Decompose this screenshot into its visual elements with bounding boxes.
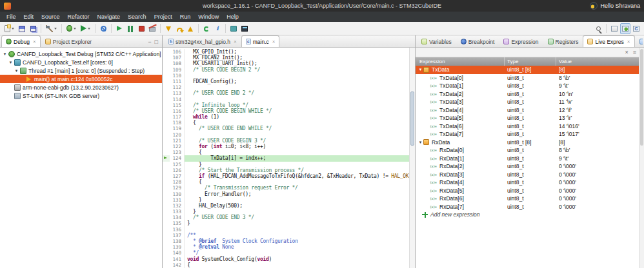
code-line[interactable]: 132 HAL_Delay(500); — [163, 203, 415, 209]
code-line[interactable]: 134 /* USER CODE END 3 */ — [163, 215, 415, 220]
column-expression[interactable]: Expression — [416, 57, 505, 66]
editor-scrollbar-thumb[interactable] — [410, 91, 414, 146]
menu-help[interactable]: Help — [223, 13, 243, 21]
search-button[interactable] — [593, 23, 603, 34]
new-button[interactable] — [3, 23, 16, 34]
restart-button[interactable] — [201, 23, 212, 34]
code-line[interactable]: 136 — [163, 227, 415, 233]
disconnect-button[interactable] — [147, 23, 157, 34]
code-line[interactable]: 121 /* USER CODE BEGIN 3 */ — [163, 138, 415, 144]
memory-button[interactable] — [228, 23, 239, 34]
column-type[interactable]: Type — [505, 57, 556, 66]
code-line[interactable]: 125 } — [163, 162, 415, 168]
code-line[interactable]: 110 — [163, 73, 415, 79]
view-tab-variables[interactable]: Variables — [417, 35, 456, 47]
resume-button[interactable] — [114, 23, 125, 34]
terminate-button[interactable] — [136, 23, 146, 34]
menu-search[interactable]: Search — [124, 13, 150, 21]
code-line[interactable]: 113 /* USER CODE END 2 */ — [163, 90, 415, 96]
code-line[interactable]: 138 * @brief System Clock Configuration — [163, 238, 415, 244]
code-line[interactable]: 111 FDCAN_Config(); — [163, 79, 415, 84]
code-line[interactable]: 140 */ — [163, 250, 415, 256]
expression-row[interactable]: (x)=RxData[3]uint8_t0 '\000' — [416, 171, 644, 179]
maximize-view-icon[interactable]: □ — [155, 39, 158, 45]
code-line[interactable]: 116 /* USER CODE BEGIN WHILE */ — [163, 108, 415, 114]
add-new-expression[interactable]: Add new expression — [416, 211, 644, 219]
expression-row[interactable]: (x)=TxData[7]uint8_t15 '\017' — [416, 130, 644, 139]
debug-perspective-button[interactable] — [620, 23, 630, 34]
view-tab-expression[interactable]: Expression — [499, 35, 543, 47]
code-line[interactable]: 108 MX_USART1_UART_Init(); — [163, 61, 415, 66]
code-line[interactable]: 120 — [163, 132, 415, 138]
minimize-view-icon[interactable]: − — [148, 39, 151, 45]
expression-row[interactable]: (x)=RxData[7]uint8_t0 '\000' — [416, 203, 644, 211]
code-line[interactable]: 139 * @retval None — [163, 244, 415, 250]
code-line[interactable]: 130 Error_Handler(); — [163, 191, 415, 197]
code-line[interactable]: 118 { — [163, 120, 415, 126]
code-line[interactable]: 129 /* Transmission request Error */ — [163, 185, 415, 191]
view-tab-registers[interactable]: Registers — [543, 35, 583, 47]
expression-row[interactable]: (x)=TxData[4]uint8_t12 '\f' — [416, 106, 644, 115]
tree-caret-icon[interactable]: ▼ — [2, 52, 8, 56]
code-line[interactable]: 133 } — [163, 209, 415, 215]
debug-tree-item[interactable]: arm-none-eabi-gdb (13.2.90.20230627) — [0, 83, 162, 91]
code-line[interactable]: 135} — [163, 220, 415, 226]
close-icon[interactable]: × — [272, 39, 276, 44]
code-line[interactable]: 109 /* USER CODE BEGIN 2 */ — [163, 67, 415, 73]
menu-refactor[interactable]: Refactor — [64, 13, 94, 21]
view-menu-icon[interactable]: ≡ — [633, 50, 636, 55]
view-tab-sfrs[interactable]: SFRs — [635, 35, 643, 47]
code-line[interactable]: 117 while (1) — [163, 114, 415, 120]
menu-run[interactable]: Run — [176, 13, 195, 21]
code-line[interactable]: 124 TxData[i] = indx++; — [163, 155, 415, 161]
suspend-button[interactable] — [125, 23, 136, 34]
expression-row[interactable]: (x)=RxData[6]uint8_t0 '\000' — [416, 195, 644, 203]
menu-file[interactable]: File — [3, 13, 20, 21]
code-line[interactable]: 126 /* Start the Transmission process */ — [163, 168, 415, 173]
tree-caret-icon[interactable]: ▼ — [418, 68, 423, 72]
code-line[interactable]: 141void SystemClock_Config(void) — [163, 256, 415, 262]
code-line[interactable]: 115 /* Infinite loop */ — [163, 102, 415, 108]
debug-tree-item[interactable]: main() at main.c:124 0x800052c — [0, 75, 162, 83]
expression-row[interactable]: ▼RxDatauint8_t [8][8] — [416, 139, 644, 147]
step-over-button[interactable] — [174, 23, 185, 34]
close-icon[interactable]: × — [234, 39, 237, 44]
tree-caret-icon[interactable]: ▼ — [8, 61, 14, 64]
console-button[interactable] — [239, 23, 250, 34]
expression-row[interactable]: ▼TxDatauint8_t [8][8] — [416, 66, 644, 74]
save-button[interactable] — [17, 23, 27, 34]
editor-scrollbar[interactable] — [409, 48, 415, 268]
debug-tree-item[interactable]: ▼CANFD_Loopback_Test Debug [STM32 C/C++ … — [0, 50, 162, 58]
panel-scrollbar[interactable] — [639, 48, 644, 268]
code-line[interactable]: 114 — [163, 97, 415, 102]
column-value[interactable]: Value — [556, 57, 644, 66]
expression-row[interactable]: (x)=RxData[5]uint8_t0 '\000' — [416, 187, 644, 195]
code-line[interactable]: 127 if (HAL_FDCAN_AddMessageToTxFifoQ(&h… — [163, 173, 415, 179]
code-line[interactable]: 106 MX_GPIO_Init(); — [163, 49, 415, 55]
tree-caret-icon[interactable]: ▼ — [14, 69, 19, 73]
debug-tree-item[interactable]: ST-LINK (ST-LINK GDB server) — [0, 91, 162, 100]
expression-row[interactable]: (x)=RxData[0]uint8_t8 '\b' — [416, 146, 644, 155]
menu-window[interactable]: Window — [194, 13, 223, 21]
view-tab-live-expres[interactable]: Live Expres× — [583, 35, 634, 47]
debug-tree-item[interactable]: ▼Thread #1 [main] 1 [core: 0] (Suspended… — [0, 66, 162, 75]
save-all-button[interactable] — [28, 23, 38, 34]
code-line[interactable]: 137/** — [163, 233, 415, 238]
expression-row[interactable]: (x)=TxData[3]uint8_t11 '\v' — [416, 98, 644, 106]
expression-row[interactable]: (x)=TxData[1]uint8_t9 '\t' — [416, 82, 644, 90]
code-line[interactable]: 122 for (int i=0; i<8; i++) — [163, 144, 415, 149]
menu-edit[interactable]: Edit — [20, 13, 38, 21]
code-line[interactable]: 107 MX_FDCAN2_Init(); — [163, 55, 415, 61]
menu-source[interactable]: Source — [37, 13, 64, 21]
code-line[interactable]: 123 { — [163, 149, 415, 155]
panel-scrollbar-thumb[interactable] — [640, 49, 643, 146]
expression-row[interactable]: (x)=RxData[2]uint8_t0 '\000' — [416, 162, 644, 171]
expression-row[interactable]: (x)=TxData[6]uint8_t14 '\016' — [416, 122, 644, 131]
step-return-button[interactable] — [185, 23, 196, 34]
expression-row[interactable]: (x)=TxData[5]uint8_t13 '\r' — [416, 114, 644, 122]
close-icon[interactable]: × — [33, 39, 36, 44]
debug-button[interactable] — [65, 23, 78, 34]
expression-row[interactable]: (x)=TxData[2]uint8_t10 '\n' — [416, 90, 644, 99]
expression-row[interactable]: (x)=RxData[4]uint8_t0 '\000' — [416, 178, 644, 187]
c-cpp-perspective-button[interactable]: C — [631, 23, 641, 34]
